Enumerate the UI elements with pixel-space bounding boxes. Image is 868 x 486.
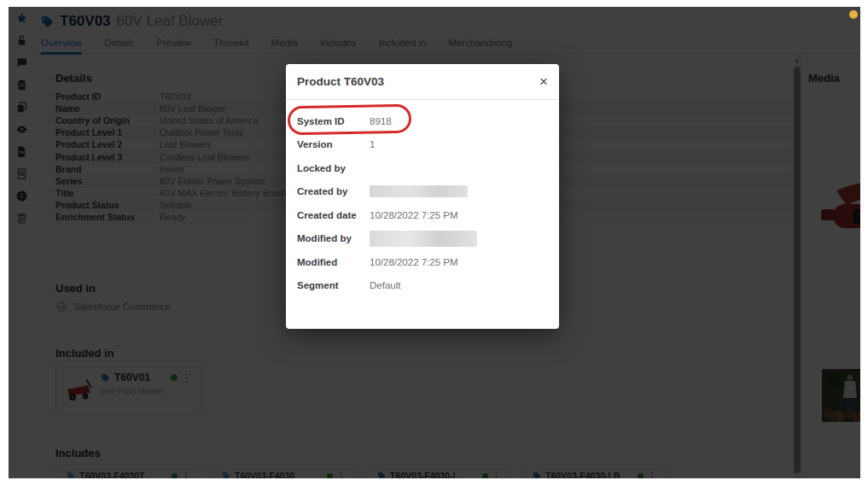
modal-header: Product T60V03 ×: [286, 64, 559, 100]
modal-row-modified: Modified10/28/2022 7:25 PM: [297, 250, 548, 274]
modal-row-created-by: Created by: [297, 180, 548, 204]
app-window: PDF T60V03 60V Leaf Blower Overview Deta…: [9, 7, 860, 478]
redacted-value-block: [370, 231, 477, 247]
redacted-value-block: [370, 185, 468, 197]
product-info-modal: Product T60V03 × System ID8918 Version1 …: [286, 64, 559, 329]
red-highlight-annotation: [288, 104, 412, 136]
modal-title: Product T60V03: [297, 75, 539, 88]
modal-row-created-date: Created date10/28/2022 7:25 PM: [297, 203, 548, 227]
modal-row-modified-by: Modified by: [297, 227, 548, 251]
close-icon[interactable]: ×: [539, 74, 548, 89]
notification-dot: [849, 10, 858, 19]
modal-row-version: Version1: [297, 133, 548, 157]
modal-row-segment: SegmentDefault: [297, 274, 548, 298]
modal-row-locked-by: Locked by: [297, 156, 548, 180]
